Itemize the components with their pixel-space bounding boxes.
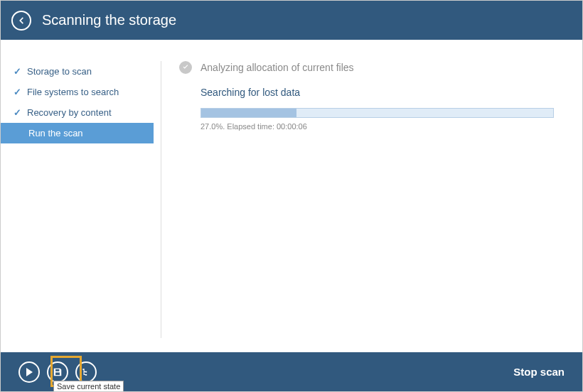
tooltip: Save current state [53, 381, 124, 392]
main-content: ✓ Storage to scan ✓ File systems to sear… [1, 40, 582, 352]
play-icon [26, 368, 33, 376]
current-step-label: Searching for lost data [200, 87, 561, 98]
back-button[interactable] [11, 11, 31, 31]
progress-bar [200, 108, 554, 118]
sidebar-item-label: Storage to scan [27, 66, 92, 77]
header: Scanning the storage [1, 1, 582, 40]
page-title: Scanning the storage [42, 12, 176, 28]
sidebar-item-label: Recovery by content [27, 107, 112, 118]
floppy-disk-icon [53, 367, 63, 377]
check-icon: ✓ [14, 107, 21, 118]
save-state-button[interactable] [47, 361, 68, 383]
sidebar-item-label: File systems to search [27, 87, 119, 97]
sidebar: ✓ Storage to scan ✓ File systems to sear… [1, 40, 154, 352]
sidebar-item-storage[interactable]: ✓ Storage to scan [1, 61, 154, 82]
stop-scan-button[interactable]: Stop scan [513, 366, 565, 378]
completed-step-label: Analyzing allocation of current files [200, 62, 354, 73]
sidebar-item-filesystems[interactable]: ✓ File systems to search [1, 82, 154, 102]
content-area: Analyzing allocation of current files Se… [161, 40, 582, 352]
sidebar-item-recovery[interactable]: ✓ Recovery by content [1, 102, 154, 123]
play-button[interactable] [18, 361, 40, 383]
list-button[interactable] [75, 361, 97, 383]
arrow-left-icon [16, 16, 26, 26]
check-icon: ✓ [14, 66, 21, 77]
sidebar-item-run-scan[interactable]: Run the scan [1, 123, 154, 143]
check-circle-icon [179, 61, 192, 74]
progress-fill [201, 109, 296, 117]
tree-icon [81, 367, 91, 377]
progress-text: 27.0%. Elapsed time: 00:00:06 [200, 122, 561, 131]
progress-area: 27.0%. Elapsed time: 00:00:06 [200, 108, 561, 131]
completed-step-row: Analyzing allocation of current files [179, 61, 561, 74]
check-icon: ✓ [14, 87, 21, 97]
sidebar-item-label: Run the scan [28, 128, 83, 138]
